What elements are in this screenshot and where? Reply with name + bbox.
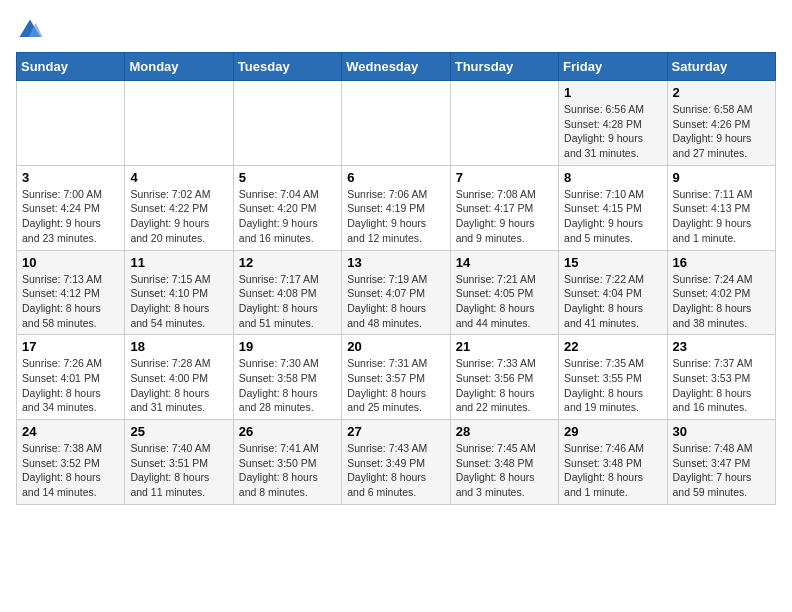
calendar-cell: 1Sunrise: 6:56 AM Sunset: 4:28 PM Daylig… [559,81,667,166]
calendar-cell: 25Sunrise: 7:40 AM Sunset: 3:51 PM Dayli… [125,420,233,505]
calendar-cell: 26Sunrise: 7:41 AM Sunset: 3:50 PM Dayli… [233,420,341,505]
calendar-cell: 4Sunrise: 7:02 AM Sunset: 4:22 PM Daylig… [125,165,233,250]
calendar-cell: 30Sunrise: 7:48 AM Sunset: 3:47 PM Dayli… [667,420,775,505]
calendar-cell: 5Sunrise: 7:04 AM Sunset: 4:20 PM Daylig… [233,165,341,250]
day-info: Sunrise: 7:13 AM Sunset: 4:12 PM Dayligh… [22,272,119,331]
calendar-cell: 12Sunrise: 7:17 AM Sunset: 4:08 PM Dayli… [233,250,341,335]
day-info: Sunrise: 7:10 AM Sunset: 4:15 PM Dayligh… [564,187,661,246]
day-number: 2 [673,85,770,100]
day-number: 24 [22,424,119,439]
day-info: Sunrise: 7:02 AM Sunset: 4:22 PM Dayligh… [130,187,227,246]
calendar-cell: 18Sunrise: 7:28 AM Sunset: 4:00 PM Dayli… [125,335,233,420]
day-number: 25 [130,424,227,439]
calendar-week-row: 1Sunrise: 6:56 AM Sunset: 4:28 PM Daylig… [17,81,776,166]
calendar-cell [233,81,341,166]
calendar-week-row: 17Sunrise: 7:26 AM Sunset: 4:01 PM Dayli… [17,335,776,420]
day-header-tuesday: Tuesday [233,53,341,81]
day-info: Sunrise: 7:08 AM Sunset: 4:17 PM Dayligh… [456,187,553,246]
day-header-monday: Monday [125,53,233,81]
day-header-thursday: Thursday [450,53,558,81]
day-info: Sunrise: 7:46 AM Sunset: 3:48 PM Dayligh… [564,441,661,500]
day-number: 30 [673,424,770,439]
day-number: 17 [22,339,119,354]
day-number: 15 [564,255,661,270]
day-info: Sunrise: 7:40 AM Sunset: 3:51 PM Dayligh… [130,441,227,500]
logo-icon [16,16,44,44]
day-header-sunday: Sunday [17,53,125,81]
day-number: 8 [564,170,661,185]
calendar-cell: 20Sunrise: 7:31 AM Sunset: 3:57 PM Dayli… [342,335,450,420]
calendar-cell: 3Sunrise: 7:00 AM Sunset: 4:24 PM Daylig… [17,165,125,250]
calendar-cell: 23Sunrise: 7:37 AM Sunset: 3:53 PM Dayli… [667,335,775,420]
calendar-cell: 21Sunrise: 7:33 AM Sunset: 3:56 PM Dayli… [450,335,558,420]
day-info: Sunrise: 7:33 AM Sunset: 3:56 PM Dayligh… [456,356,553,415]
calendar-cell: 28Sunrise: 7:45 AM Sunset: 3:48 PM Dayli… [450,420,558,505]
day-info: Sunrise: 7:37 AM Sunset: 3:53 PM Dayligh… [673,356,770,415]
calendar-cell: 6Sunrise: 7:06 AM Sunset: 4:19 PM Daylig… [342,165,450,250]
day-header-saturday: Saturday [667,53,775,81]
day-info: Sunrise: 7:04 AM Sunset: 4:20 PM Dayligh… [239,187,336,246]
day-info: Sunrise: 7:48 AM Sunset: 3:47 PM Dayligh… [673,441,770,500]
day-info: Sunrise: 7:30 AM Sunset: 3:58 PM Dayligh… [239,356,336,415]
calendar-cell: 15Sunrise: 7:22 AM Sunset: 4:04 PM Dayli… [559,250,667,335]
day-info: Sunrise: 6:56 AM Sunset: 4:28 PM Dayligh… [564,102,661,161]
day-number: 14 [456,255,553,270]
day-header-wednesday: Wednesday [342,53,450,81]
day-number: 27 [347,424,444,439]
calendar-cell: 16Sunrise: 7:24 AM Sunset: 4:02 PM Dayli… [667,250,775,335]
day-info: Sunrise: 7:24 AM Sunset: 4:02 PM Dayligh… [673,272,770,331]
day-number: 9 [673,170,770,185]
day-number: 16 [673,255,770,270]
calendar-cell [450,81,558,166]
day-info: Sunrise: 7:15 AM Sunset: 4:10 PM Dayligh… [130,272,227,331]
day-info: Sunrise: 7:38 AM Sunset: 3:52 PM Dayligh… [22,441,119,500]
day-info: Sunrise: 7:45 AM Sunset: 3:48 PM Dayligh… [456,441,553,500]
day-info: Sunrise: 7:21 AM Sunset: 4:05 PM Dayligh… [456,272,553,331]
day-number: 6 [347,170,444,185]
day-info: Sunrise: 7:28 AM Sunset: 4:00 PM Dayligh… [130,356,227,415]
day-number: 13 [347,255,444,270]
calendar-cell: 27Sunrise: 7:43 AM Sunset: 3:49 PM Dayli… [342,420,450,505]
calendar-cell: 19Sunrise: 7:30 AM Sunset: 3:58 PM Dayli… [233,335,341,420]
day-info: Sunrise: 7:35 AM Sunset: 3:55 PM Dayligh… [564,356,661,415]
calendar-cell [125,81,233,166]
day-number: 22 [564,339,661,354]
header [16,16,776,44]
calendar-cell: 29Sunrise: 7:46 AM Sunset: 3:48 PM Dayli… [559,420,667,505]
calendar-cell [342,81,450,166]
day-info: Sunrise: 7:06 AM Sunset: 4:19 PM Dayligh… [347,187,444,246]
day-info: Sunrise: 7:26 AM Sunset: 4:01 PM Dayligh… [22,356,119,415]
day-number: 29 [564,424,661,439]
calendar-cell: 24Sunrise: 7:38 AM Sunset: 3:52 PM Dayli… [17,420,125,505]
day-number: 12 [239,255,336,270]
day-info: Sunrise: 7:22 AM Sunset: 4:04 PM Dayligh… [564,272,661,331]
logo [16,16,48,44]
day-info: Sunrise: 6:58 AM Sunset: 4:26 PM Dayligh… [673,102,770,161]
day-number: 5 [239,170,336,185]
calendar-cell: 8Sunrise: 7:10 AM Sunset: 4:15 PM Daylig… [559,165,667,250]
calendar-cell: 14Sunrise: 7:21 AM Sunset: 4:05 PM Dayli… [450,250,558,335]
day-number: 18 [130,339,227,354]
day-info: Sunrise: 7:43 AM Sunset: 3:49 PM Dayligh… [347,441,444,500]
day-number: 10 [22,255,119,270]
day-info: Sunrise: 7:00 AM Sunset: 4:24 PM Dayligh… [22,187,119,246]
calendar-week-row: 24Sunrise: 7:38 AM Sunset: 3:52 PM Dayli… [17,420,776,505]
calendar-cell: 2Sunrise: 6:58 AM Sunset: 4:26 PM Daylig… [667,81,775,166]
day-number: 26 [239,424,336,439]
calendar-cell: 13Sunrise: 7:19 AM Sunset: 4:07 PM Dayli… [342,250,450,335]
day-info: Sunrise: 7:31 AM Sunset: 3:57 PM Dayligh… [347,356,444,415]
day-number: 7 [456,170,553,185]
calendar-cell: 22Sunrise: 7:35 AM Sunset: 3:55 PM Dayli… [559,335,667,420]
calendar-cell: 10Sunrise: 7:13 AM Sunset: 4:12 PM Dayli… [17,250,125,335]
day-info: Sunrise: 7:17 AM Sunset: 4:08 PM Dayligh… [239,272,336,331]
day-number: 21 [456,339,553,354]
day-info: Sunrise: 7:41 AM Sunset: 3:50 PM Dayligh… [239,441,336,500]
day-number: 1 [564,85,661,100]
day-number: 23 [673,339,770,354]
calendar-cell: 7Sunrise: 7:08 AM Sunset: 4:17 PM Daylig… [450,165,558,250]
day-number: 4 [130,170,227,185]
calendar-header-row: SundayMondayTuesdayWednesdayThursdayFrid… [17,53,776,81]
day-number: 28 [456,424,553,439]
calendar-cell: 11Sunrise: 7:15 AM Sunset: 4:10 PM Dayli… [125,250,233,335]
calendar-week-row: 10Sunrise: 7:13 AM Sunset: 4:12 PM Dayli… [17,250,776,335]
